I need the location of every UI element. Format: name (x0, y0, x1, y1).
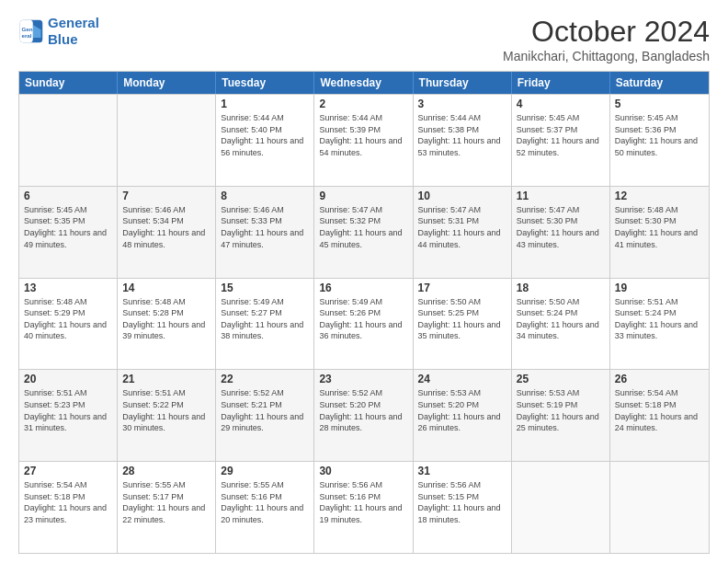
cell-sun-info: Sunrise: 5:56 AMSunset: 5:16 PMDaylight:… (319, 479, 407, 525)
calendar-cell: 4Sunrise: 5:45 AMSunset: 5:37 PMDaylight… (512, 95, 610, 186)
cell-day-number: 22 (221, 373, 309, 385)
calendar-cell: 18Sunrise: 5:50 AMSunset: 5:24 PMDayligh… (512, 279, 610, 370)
cell-sun-info: Sunrise: 5:46 AMSunset: 5:33 PMDaylight:… (221, 204, 309, 250)
cell-day-number: 4 (517, 98, 605, 110)
cell-sun-info: Sunrise: 5:52 AMSunset: 5:21 PMDaylight:… (221, 387, 309, 433)
cell-day-number: 2 (319, 98, 407, 110)
cell-day-number: 30 (319, 465, 407, 477)
cell-sun-info: Sunrise: 5:49 AMSunset: 5:27 PMDaylight:… (221, 296, 309, 342)
weekday-wednesday: Wednesday (314, 72, 413, 94)
calendar-row-3: 13Sunrise: 5:48 AMSunset: 5:29 PMDayligh… (19, 278, 709, 370)
calendar-cell: 13Sunrise: 5:48 AMSunset: 5:29 PMDayligh… (19, 279, 118, 370)
calendar-cell: 12Sunrise: 5:48 AMSunset: 5:30 PMDayligh… (610, 187, 709, 278)
calendar-row-1: 1Sunrise: 5:44 AMSunset: 5:40 PMDaylight… (19, 94, 709, 186)
cell-sun-info: Sunrise: 5:48 AMSunset: 5:28 PMDaylight:… (122, 296, 210, 342)
calendar-cell: 24Sunrise: 5:53 AMSunset: 5:20 PMDayligh… (414, 370, 512, 461)
logo-line2: Blue (48, 31, 78, 47)
weekday-tuesday: Tuesday (216, 72, 314, 94)
page: Gen eral General Blue October 2024 Manik… (0, 0, 728, 563)
weekday-saturday: Saturday (610, 72, 709, 94)
title-month: October 2024 (503, 15, 710, 49)
cell-day-number: 12 (615, 190, 704, 202)
cell-day-number: 7 (122, 190, 210, 202)
weekday-sunday: Sunday (19, 72, 118, 94)
svg-text:eral: eral (22, 32, 32, 39)
cell-day-number: 24 (418, 373, 506, 385)
calendar-cell: 30Sunrise: 5:56 AMSunset: 5:16 PMDayligh… (314, 462, 413, 553)
svg-text:Gen: Gen (22, 26, 33, 32)
calendar-cell: 11Sunrise: 5:47 AMSunset: 5:30 PMDayligh… (512, 187, 610, 278)
calendar-cell: 26Sunrise: 5:54 AMSunset: 5:18 PMDayligh… (610, 370, 709, 461)
calendar-row-2: 6Sunrise: 5:45 AMSunset: 5:35 PMDaylight… (19, 186, 709, 278)
cell-sun-info: Sunrise: 5:53 AMSunset: 5:20 PMDaylight:… (418, 387, 506, 433)
calendar-row-4: 20Sunrise: 5:51 AMSunset: 5:23 PMDayligh… (19, 369, 709, 461)
cell-sun-info: Sunrise: 5:44 AMSunset: 5:40 PMDaylight:… (221, 112, 309, 158)
calendar-cell: 6Sunrise: 5:45 AMSunset: 5:35 PMDaylight… (19, 187, 118, 278)
cell-sun-info: Sunrise: 5:53 AMSunset: 5:19 PMDaylight:… (517, 387, 605, 433)
calendar-cell: 1Sunrise: 5:44 AMSunset: 5:40 PMDaylight… (216, 95, 314, 186)
cell-day-number: 21 (122, 373, 210, 385)
calendar-cell (19, 95, 118, 186)
calendar-cell: 28Sunrise: 5:55 AMSunset: 5:17 PMDayligh… (118, 462, 216, 553)
logo: Gen eral General Blue (18, 15, 99, 48)
cell-sun-info: Sunrise: 5:44 AMSunset: 5:38 PMDaylight:… (418, 112, 506, 158)
cell-day-number: 8 (221, 190, 309, 202)
cell-sun-info: Sunrise: 5:54 AMSunset: 5:18 PMDaylight:… (24, 479, 112, 525)
calendar-cell: 19Sunrise: 5:51 AMSunset: 5:24 PMDayligh… (610, 279, 709, 370)
cell-sun-info: Sunrise: 5:55 AMSunset: 5:16 PMDaylight:… (221, 479, 309, 525)
cell-sun-info: Sunrise: 5:50 AMSunset: 5:25 PMDaylight:… (418, 296, 506, 342)
calendar-cell: 27Sunrise: 5:54 AMSunset: 5:18 PMDayligh… (19, 462, 118, 553)
cell-day-number: 29 (221, 465, 309, 477)
calendar-cell: 14Sunrise: 5:48 AMSunset: 5:28 PMDayligh… (118, 279, 216, 370)
calendar-cell: 10Sunrise: 5:47 AMSunset: 5:31 PMDayligh… (414, 187, 512, 278)
cell-day-number: 18 (517, 282, 605, 294)
cell-sun-info: Sunrise: 5:50 AMSunset: 5:24 PMDaylight:… (517, 296, 605, 342)
weekday-thursday: Thursday (414, 72, 512, 94)
calendar-cell (512, 462, 610, 553)
calendar-cell: 15Sunrise: 5:49 AMSunset: 5:27 PMDayligh… (216, 279, 314, 370)
cell-sun-info: Sunrise: 5:45 AMSunset: 5:36 PMDaylight:… (615, 112, 704, 158)
cell-day-number: 17 (418, 282, 506, 294)
calendar-cell: 22Sunrise: 5:52 AMSunset: 5:21 PMDayligh… (216, 370, 314, 461)
cell-day-number: 13 (24, 282, 112, 294)
cell-day-number: 23 (319, 373, 407, 385)
calendar-cell (610, 462, 709, 553)
calendar-cell: 23Sunrise: 5:52 AMSunset: 5:20 PMDayligh… (314, 370, 413, 461)
logo-text: General Blue (48, 15, 99, 48)
cell-day-number: 31 (418, 465, 506, 477)
calendar-header: Sunday Monday Tuesday Wednesday Thursday… (19, 72, 709, 94)
calendar-cell: 25Sunrise: 5:53 AMSunset: 5:19 PMDayligh… (512, 370, 610, 461)
calendar-body: 1Sunrise: 5:44 AMSunset: 5:40 PMDaylight… (19, 94, 709, 553)
cell-sun-info: Sunrise: 5:45 AMSunset: 5:37 PMDaylight:… (517, 112, 605, 158)
cell-day-number: 5 (615, 98, 704, 110)
cell-day-number: 1 (221, 98, 309, 110)
cell-sun-info: Sunrise: 5:48 AMSunset: 5:30 PMDaylight:… (615, 204, 704, 250)
calendar-cell: 29Sunrise: 5:55 AMSunset: 5:16 PMDayligh… (216, 462, 314, 553)
calendar-cell: 16Sunrise: 5:49 AMSunset: 5:26 PMDayligh… (314, 279, 413, 370)
calendar-cell: 31Sunrise: 5:56 AMSunset: 5:15 PMDayligh… (414, 462, 512, 553)
cell-sun-info: Sunrise: 5:49 AMSunset: 5:26 PMDaylight:… (319, 296, 407, 342)
calendar-cell: 9Sunrise: 5:47 AMSunset: 5:32 PMDaylight… (314, 187, 413, 278)
title-block: October 2024 Manikchari, Chittagong, Ban… (503, 15, 710, 63)
cell-day-number: 19 (615, 282, 704, 294)
cell-sun-info: Sunrise: 5:47 AMSunset: 5:32 PMDaylight:… (319, 204, 407, 250)
calendar-cell: 5Sunrise: 5:45 AMSunset: 5:36 PMDaylight… (610, 95, 709, 186)
cell-day-number: 9 (319, 190, 407, 202)
calendar-cell: 20Sunrise: 5:51 AMSunset: 5:23 PMDayligh… (19, 370, 118, 461)
cell-sun-info: Sunrise: 5:52 AMSunset: 5:20 PMDaylight:… (319, 387, 407, 433)
calendar: Sunday Monday Tuesday Wednesday Thursday… (18, 71, 710, 554)
cell-sun-info: Sunrise: 5:51 AMSunset: 5:24 PMDaylight:… (615, 296, 704, 342)
cell-day-number: 3 (418, 98, 506, 110)
cell-sun-info: Sunrise: 5:45 AMSunset: 5:35 PMDaylight:… (24, 204, 112, 250)
cell-day-number: 15 (221, 282, 309, 294)
cell-sun-info: Sunrise: 5:54 AMSunset: 5:18 PMDaylight:… (615, 387, 704, 433)
cell-sun-info: Sunrise: 5:46 AMSunset: 5:34 PMDaylight:… (122, 204, 210, 250)
cell-sun-info: Sunrise: 5:56 AMSunset: 5:15 PMDaylight:… (418, 479, 506, 525)
title-location: Manikchari, Chittagong, Bangladesh (503, 49, 710, 63)
calendar-cell: 17Sunrise: 5:50 AMSunset: 5:25 PMDayligh… (414, 279, 512, 370)
weekday-monday: Monday (118, 72, 216, 94)
cell-day-number: 6 (24, 190, 112, 202)
cell-sun-info: Sunrise: 5:47 AMSunset: 5:31 PMDaylight:… (418, 204, 506, 250)
cell-sun-info: Sunrise: 5:51 AMSunset: 5:22 PMDaylight:… (122, 387, 210, 433)
cell-day-number: 16 (319, 282, 407, 294)
